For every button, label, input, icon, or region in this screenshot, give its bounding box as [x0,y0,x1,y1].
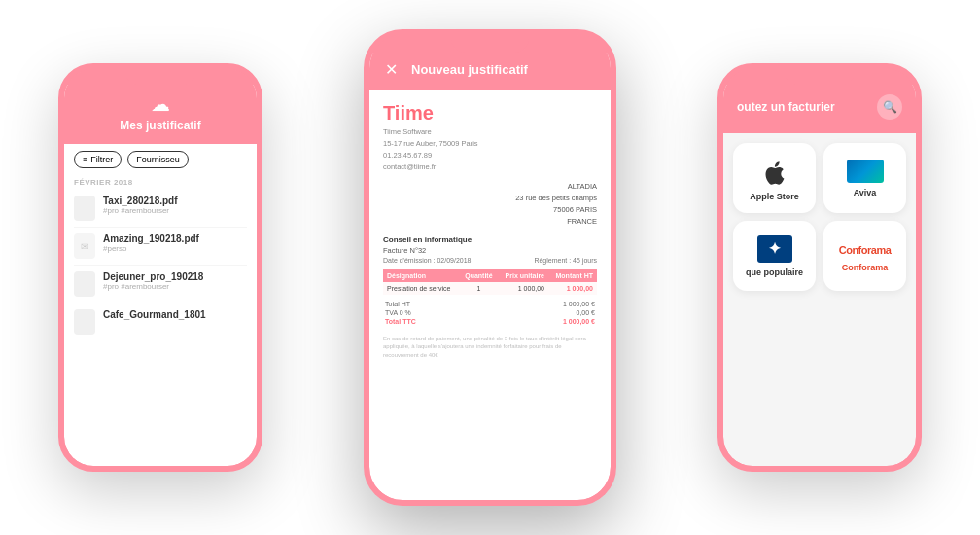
file-icon [74,271,95,297]
filter-button[interactable]: ≡ Filtrer [74,151,122,168]
close-button[interactable]: ✕ [385,60,398,79]
cell-qty: 1 [460,282,498,295]
invoice-modal-header: ✕ Nouveau justificatif [369,53,611,90]
tva-label: TVA 0 % [385,309,411,316]
file-icon [74,196,95,221]
company-line4: contact@tiime.fr [383,161,597,173]
col-prix: Prix unitaire [498,269,548,282]
company-line3: 01.23.45.67.89 [383,150,597,161]
supplier-label: Fournisseu [136,155,180,164]
reglement-label: Règlement : 45 jours [534,257,597,264]
center-phone: ✕ Nouveau justificatif Tiime Tiime Softw… [364,29,616,506]
list-item[interactable]: Taxi_280218.pdf #pro #arembourser [74,190,247,228]
right-header-title: outez un facturier [737,100,835,114]
supplier-card-banque[interactable]: ✦ que populaire [733,221,816,291]
col-montant: Montant HT [548,269,597,282]
invoice-totals: Total HT 1 000,00 € TVA 0 % 0,00 € Total… [383,301,597,325]
total-ht-label: Total HT [385,301,410,307]
file-info: Amazing_190218.pdf #perso [103,233,199,253]
file-list: Taxi_280218.pdf #pro #arembourser ✉ Amaz… [64,190,257,340]
total-ttc-label: Total TTC [385,318,416,325]
tva-row: TVA 0 % 0,00 € [383,309,597,316]
month-label: FÉVRIER 2018 [64,175,257,190]
left-phone-notch [126,69,194,85]
recipient-line1: ALTADIA [383,181,597,193]
cloud-icon: ☁ [78,92,243,116]
file-tags: #pro #arembourser [103,282,203,291]
left-phone-screen: ☁ Mes justificatif ≡ Filtrer Fournisseu … [64,85,257,466]
supplier-grid: Apple Store Aviva ✦ que populaire Confor… [723,133,916,301]
invoice-footer-note: En cas de retard de paiement, une pénali… [383,335,597,359]
file-info: Cafe_Gourmand_1801 [103,309,206,320]
cell-designation: Prestation de service [383,282,460,295]
total-ht-row: Total HT 1 000,00 € [383,301,597,307]
supplier-button[interactable]: Fournisseu [127,151,189,168]
center-phone-screen: ✕ Nouveau justificatif Tiime Tiime Softw… [369,53,611,500]
invoice-body: Tiime Tiime Software 15-17 rue Auber, 75… [369,90,611,371]
recipient-line3: 75006 PARIS [383,204,597,216]
col-designation: Désignation [383,269,460,282]
supplier-card-conforama[interactable]: Conforama Conforama [823,221,906,291]
cell-price: 1 000,00 [498,282,548,295]
file-icon [74,309,95,335]
left-screen-header: ☁ Mes justificatif [64,85,257,144]
modal-title: Nouveau justificatif [411,62,528,77]
facture-label: Facture N°32 [383,246,597,255]
tva-value: 0,00 € [577,309,595,316]
invoice-recipient: ALTADIA 23 rue des petits champs 75006 P… [383,181,597,228]
left-header-title: Mes justificatif [78,119,243,132]
total-ttc-value: 1 000,00 € [563,318,595,325]
center-phone-notch [451,35,529,53]
banque-label: que populaire [746,268,803,277]
company-line1: Tiime Software [383,126,597,138]
conforama-label: Conforama [842,263,889,272]
filter-icon: ≡ [83,155,88,164]
file-tags: #perso [103,244,199,253]
cell-total: 1 000,00 [548,282,597,295]
date-reglement: Date d'émission : 02/09/2018 Règlement :… [383,257,597,264]
date-label: Date d'émission : 02/09/2018 [383,257,471,264]
filter-label: Filtrer [90,155,113,164]
conseil-label: Conseil en informatique [383,235,597,244]
filename: Taxi_280218.pdf [103,196,178,206]
search-button[interactable]: 🔍 [877,94,902,120]
filename: Amazing_190218.pdf [103,233,199,244]
conforama-logo: Conforama [839,240,892,258]
apple-store-label: Apple Store [750,192,799,201]
recipient-line2: 23 rue des petits champs [383,193,597,204]
supplier-card-aviva[interactable]: Aviva [823,143,906,213]
file-tags: #pro #arembourser [103,206,178,215]
filename: Cafe_Gourmand_1801 [103,309,206,320]
col-quantite: Quantité [460,269,498,282]
company-line2: 15-17 rue Auber, 75009 Paris [383,138,597,150]
invoice-table: Désignation Quantité Prix unitaire Monta… [383,269,597,295]
banque-logo: ✦ [757,235,792,263]
invoice-brand: Tiime [383,102,597,125]
file-info: Dejeuner_pro_190218 #pro #arembourser [103,271,203,291]
total-ht-value: 1 000,00 € [563,301,595,307]
invoice-company-info: Tiime Software 15-17 rue Auber, 75009 Pa… [383,126,597,173]
left-phone: ☁ Mes justificatif ≡ Filtrer Fournisseu … [58,63,262,472]
file-info: Taxi_280218.pdf #pro #arembourser [103,196,178,215]
right-phone-screen: outez un facturier 🔍 Apple Store Aviva [723,85,916,466]
aviva-logo [847,160,884,183]
recipient-line4: FRANCE [383,216,597,228]
aviva-label: Aviva [854,188,877,197]
list-item[interactable]: ✉ Amazing_190218.pdf #perso [74,228,247,266]
total-ttc-row: Total TTC 1 000,00 € [383,318,597,325]
list-item[interactable]: Cafe_Gourmand_1801 [74,303,247,340]
right-screen-header: outez un facturier 🔍 [723,85,916,133]
filter-bar: ≡ Filtrer Fournisseu [64,144,257,175]
filename: Dejeuner_pro_190218 [103,271,203,282]
supplier-card-apple[interactable]: Apple Store [733,143,816,213]
right-phone: outez un facturier 🔍 Apple Store Aviva [718,63,922,472]
apple-logo-svg [761,160,788,187]
envelope-icon: ✉ [74,233,95,259]
list-item[interactable]: Dejeuner_pro_190218 #pro #arembourser [74,266,247,303]
right-phone-notch [786,69,854,85]
